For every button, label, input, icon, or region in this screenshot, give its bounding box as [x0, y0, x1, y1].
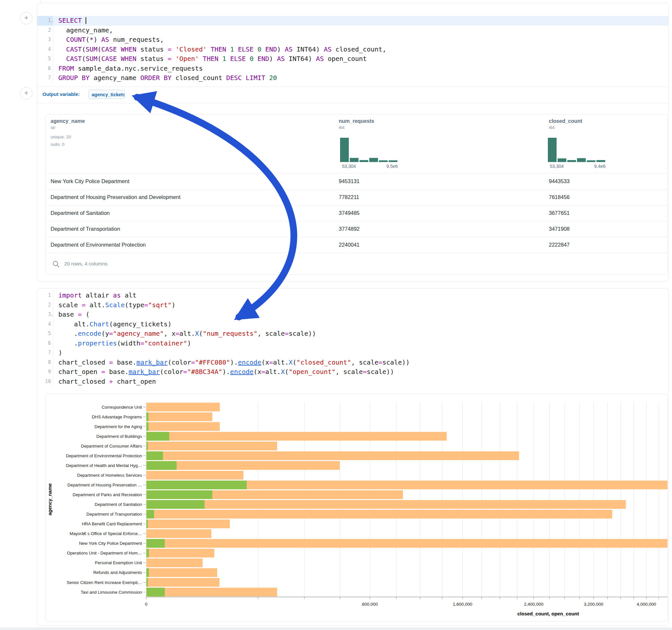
python-code-editor[interactable]: 1import altair as alt2scale = alt.Scale(…	[37, 291, 668, 386]
line-number: 3⌄	[37, 310, 53, 319]
table-cell: 2222847	[549, 242, 570, 248]
add-cell-button-middle[interactable]: +	[20, 87, 32, 99]
table-cell: 3677651	[549, 210, 570, 216]
svg-text:53,304: 53,304	[550, 164, 564, 169]
svg-text:Taxi and Limousine Commission: Taxi and Limousine Commission	[81, 590, 142, 595]
svg-text:Department of Homeless Service: Department of Homeless Services	[77, 473, 142, 478]
column-type-num-requests: i64	[339, 125, 344, 130]
code-text: CAST(SUM(CASE WHEN status = 'Closed' THE…	[53, 45, 668, 54]
code-text: SELECT	[53, 16, 668, 26]
table-cell: 9453131	[339, 178, 360, 185]
line-number: 4	[37, 45, 53, 54]
svg-text:Department of Sanitation: Department of Sanitation	[95, 502, 142, 507]
code-text: alt.Chart(agency_tickets)	[53, 319, 668, 329]
svg-text:Department of Housing Preserva: Department of Housing Preservation …	[67, 483, 142, 487]
svg-text:Senior Citizen Rent Increase E: Senior Citizen Rent Increase Exempti…	[67, 580, 142, 585]
code-line[interactable]: 6FROM sample_data.nyc.service_requests	[37, 64, 668, 74]
svg-text:1,600,000: 1,600,000	[453, 602, 472, 607]
code-line[interactable]: 5 .encode(y="agency_name", x=alt.X("num_…	[37, 329, 668, 339]
table-row: Department of Transportation377489234719…	[46, 221, 668, 237]
svg-text:Department for the Aging: Department for the Aging	[94, 424, 142, 429]
svg-text:53,304: 53,304	[342, 164, 356, 169]
code-line[interactable]: 2 agency_name,	[37, 26, 668, 35]
code-line[interactable]: 1import altair as alt	[37, 291, 668, 300]
svg-text:New York City Police Departmen: New York City Police Department	[79, 541, 142, 546]
code-line[interactable]: 9chart_open = base.mark_bar(color="#8BC3…	[37, 367, 668, 377]
table-row: Department of Housing Preservation and D…	[46, 189, 668, 205]
next-cell-edge	[0, 627, 672, 630]
code-line[interactable]: 7GROUP BY agency_name ORDER BY closed_co…	[37, 73, 668, 83]
column-type-agency-name: str	[51, 125, 55, 130]
column-header-agency-name[interactable]: agency_name	[51, 118, 85, 124]
code-line[interactable]: 4 CAST(SUM(CASE WHEN status = 'Closed' T…	[37, 45, 668, 54]
notebook-page: + + 1⌄SELECT 2 agency_name,3 COUNT(*) AS…	[0, 0, 672, 630]
code-text: GROUP BY agency_name ORDER BY closed_cou…	[53, 73, 668, 83]
svg-text:Department of Environmental Pr: Department of Environmental Protection	[66, 453, 142, 458]
code-line[interactable]: 7)	[37, 348, 668, 358]
code-line[interactable]: 3⌄base = (	[37, 310, 668, 319]
output-variable-pill[interactable]: agency_tickets	[89, 90, 125, 99]
column-type-closed-count: i64	[549, 125, 555, 130]
svg-text:Refunds and Adjustments: Refunds and Adjustments	[93, 570, 142, 575]
table-cell: 7618456	[549, 194, 570, 200]
code-line[interactable]: 6 .properties(width="container")	[37, 339, 668, 348]
code-text: COUNT(*) AS num_requests,	[53, 35, 668, 45]
search-icon[interactable]	[52, 260, 60, 268]
line-number: 2	[37, 300, 53, 310]
add-cell-button-top[interactable]: +	[20, 12, 32, 24]
sql-code-editor[interactable]: 1⌄SELECT 2 agency_name,3 COUNT(*) AS num…	[37, 16, 668, 83]
column-header-num-requests[interactable]: num_requests	[339, 118, 374, 124]
line-number: 4	[37, 319, 53, 329]
bar-chart: Correspondence UnitDHS Advantage Program…	[46, 394, 668, 622]
svg-text:0: 0	[145, 602, 147, 607]
code-text: .encode(y="agency_name", x=alt.X("num_re…	[53, 329, 668, 339]
table-cell: Department of Environmental Protection	[51, 242, 146, 248]
table-cell: Department of Transportation	[51, 226, 120, 232]
svg-text:9.5e6: 9.5e6	[386, 164, 398, 169]
code-line[interactable]: 2scale = alt.Scale(type="sqrt")	[37, 300, 668, 310]
svg-text:HRA Benefit Card Replacement: HRA Benefit Card Replacement	[82, 522, 142, 526]
svg-text:9.4e6: 9.4e6	[594, 164, 605, 169]
previous-cell-edge	[37, 0, 41, 3]
code-text: base = (	[53, 310, 668, 319]
line-number: 3	[37, 35, 53, 45]
result-table: agency_name str unique: 20 nulls: 0 num_…	[45, 114, 668, 275]
code-line[interactable]: 5 CAST(SUM(CASE WHEN status = 'Open' THE…	[37, 54, 668, 64]
table-cell: 9443533	[549, 178, 570, 185]
line-number: 9	[37, 367, 53, 377]
line-number: 6	[37, 64, 53, 74]
code-line[interactable]: 3 COUNT(*) AS num_requests,	[37, 35, 668, 45]
line-number: 1⌄	[37, 16, 53, 26]
code-line[interactable]: 1⌄SELECT	[37, 16, 668, 26]
code-text: scale = alt.Scale(type="sqrt")	[53, 300, 668, 310]
line-number: 5	[37, 54, 53, 64]
collapse-chevron-icon[interactable]: ⌄	[51, 16, 53, 26]
svg-text:Department of Consumer Affairs: Department of Consumer Affairs	[81, 444, 142, 449]
svg-text:Department of Health and Menta: Department of Health and Mental Hyg…	[66, 463, 142, 468]
svg-text:closed_count, open_count: closed_count, open_count	[518, 611, 579, 616]
code-text: agency_name,	[53, 26, 668, 35]
line-number: 6	[37, 339, 53, 348]
table-cell: 3749485	[339, 210, 360, 216]
line-number: 2	[37, 26, 53, 35]
num-requests-histogram: 53,3049.5e6	[340, 138, 405, 170]
line-number: 7	[37, 73, 53, 83]
table-cell: 3471908	[549, 226, 570, 232]
table-row: New York City Police Department945313194…	[46, 173, 668, 189]
code-text: chart_closed + chart_open	[53, 377, 668, 387]
column-stat-unique: unique: 20	[51, 135, 71, 139]
column-stat-nulls: nulls: 0	[51, 142, 65, 147]
svg-text:Operations Unit - Department o: Operations Unit - Department of Hom…	[67, 551, 142, 555]
table-cell: 2240041	[339, 242, 360, 248]
svg-text:Personal Exemption Unit: Personal Exemption Unit	[95, 560, 142, 565]
column-header-closed-count[interactable]: closed_count	[549, 118, 582, 124]
code-line[interactable]: 8chart_closed = base.mark_bar(color="#FF…	[37, 358, 668, 367]
code-line[interactable]: 4 alt.Chart(agency_tickets)	[37, 319, 668, 329]
svg-text:Correspondence Unit: Correspondence Unit	[101, 405, 142, 410]
svg-text:Department of Transportation: Department of Transportation	[86, 512, 142, 516]
closed-count-histogram: 53,3049.4e6	[548, 138, 613, 170]
collapse-chevron-icon[interactable]: ⌄	[51, 310, 53, 320]
output-variable-strip: Output variable: agency_tickets	[37, 87, 668, 103]
code-line[interactable]: 10chart_closed + chart_open	[37, 377, 668, 387]
output-variable-label: Output variable:	[43, 91, 80, 97]
